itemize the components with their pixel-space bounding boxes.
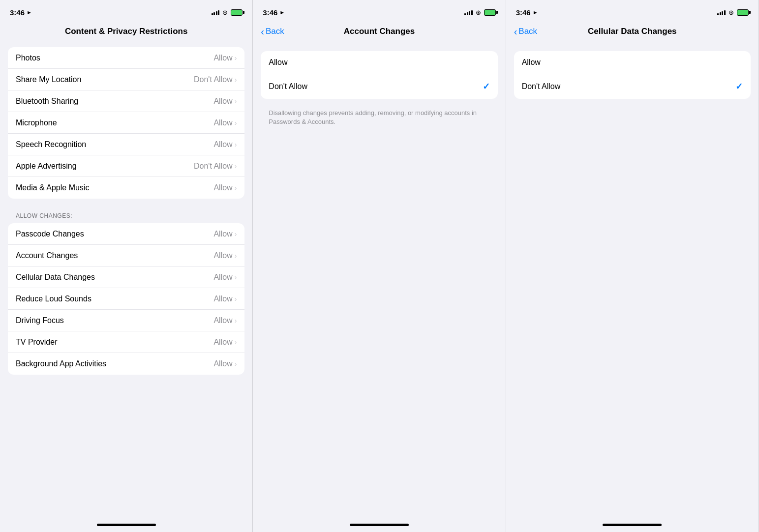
row-tv-provider[interactable]: TV Provider Allow › xyxy=(8,331,244,353)
row-photos[interactable]: Photos Allow › xyxy=(8,47,244,69)
status-bar-1: 3:46 ► ⊛ xyxy=(0,0,252,22)
back-chevron-2: ‹ xyxy=(261,27,264,36)
wifi-icon-3: ⊛ xyxy=(729,9,734,16)
nav-title-2: Account Changes xyxy=(344,27,415,36)
checkmark-account: ✓ xyxy=(483,81,490,92)
cellular-data-options: Allow Don't Allow ✓ xyxy=(514,51,751,99)
chevron-media: › xyxy=(235,184,237,192)
location-icon-3: ► xyxy=(533,9,538,15)
home-indicator-3 xyxy=(506,520,759,532)
privacy-items-group: Photos Allow › Share My Location Don't A… xyxy=(8,47,244,199)
option-allow-cellular[interactable]: Allow xyxy=(514,51,751,74)
home-indicator-1 xyxy=(0,520,252,532)
chevron-photos: › xyxy=(235,54,237,62)
content-3: Allow Don't Allow ✓ xyxy=(506,43,759,520)
row-cellular-data-changes[interactable]: Cellular Data Changes Allow › xyxy=(8,266,244,288)
chevron-share-location: › xyxy=(235,76,237,84)
status-bar-3: 3:46 ► ⊛ xyxy=(506,0,759,22)
panel-cellular-data-changes: 3:46 ► ⊛ ‹ Back Cellular Data Changes Al… xyxy=(506,0,759,532)
content-1: Photos Allow › Share My Location Don't A… xyxy=(0,43,252,520)
status-icons-2: ⊛ xyxy=(464,9,496,16)
nav-title-3: Cellular Data Changes xyxy=(588,27,676,36)
wifi-icon-2: ⊛ xyxy=(476,9,481,16)
row-passcode-changes[interactable]: Passcode Changes Allow › xyxy=(8,223,244,245)
chevron-microphone: › xyxy=(235,119,237,127)
nav-bar-2: ‹ Back Account Changes xyxy=(253,22,505,43)
signal-bars-3 xyxy=(717,9,726,15)
chevron-account: › xyxy=(235,252,237,260)
row-bluetooth[interactable]: Bluetooth Sharing Allow › xyxy=(8,90,244,112)
row-account-changes[interactable]: Account Changes Allow › xyxy=(8,245,244,266)
battery-icon-1 xyxy=(231,9,243,16)
row-media-apple-music[interactable]: Media & Apple Music Allow › xyxy=(8,177,244,199)
chevron-speech: › xyxy=(235,141,237,148)
option-dont-allow-cellular[interactable]: Don't Allow ✓ xyxy=(514,74,751,99)
status-time-3: 3:46 ► xyxy=(516,8,538,17)
status-bar-2: 3:46 ► ⊛ xyxy=(253,0,505,22)
chevron-bluetooth: › xyxy=(235,97,237,105)
back-button-2[interactable]: ‹ Back xyxy=(261,27,284,36)
battery-icon-3 xyxy=(737,9,749,16)
option-allow-account[interactable]: Allow xyxy=(261,51,497,74)
signal-bars-2 xyxy=(464,9,473,15)
nav-bar-3: ‹ Back Cellular Data Changes xyxy=(506,22,759,43)
status-time-1: 3:46 ► xyxy=(10,8,32,17)
signal-bars-1 xyxy=(212,9,220,15)
panel-account-changes: 3:46 ► ⊛ ‹ Back Account Changes Allow xyxy=(253,0,506,532)
home-indicator-2 xyxy=(253,520,505,532)
panel-content-privacy: 3:46 ► ⊛ ‹ Back Content & Privacy Restri… xyxy=(0,0,253,532)
row-microphone[interactable]: Microphone Allow › xyxy=(8,112,244,134)
chevron-tv: › xyxy=(235,338,237,346)
back-chevron-3: ‹ xyxy=(514,27,517,36)
battery-icon-2 xyxy=(484,9,496,16)
status-time-2: 3:46 ► xyxy=(263,8,285,17)
location-icon-1: ► xyxy=(27,9,32,15)
location-icon-2: ► xyxy=(279,9,285,15)
chevron-background: › xyxy=(235,360,237,368)
allow-changes-header: ALLOW CHANGES: xyxy=(8,203,244,223)
chevron-loud-sounds: › xyxy=(235,295,237,303)
account-changes-description: Disallowing changes prevents adding, rem… xyxy=(261,105,497,134)
account-changes-options: Allow Don't Allow ✓ xyxy=(261,51,497,99)
chevron-cellular: › xyxy=(235,273,237,281)
chevron-passcode: › xyxy=(235,230,237,238)
row-share-location[interactable]: Share My Location Don't Allow › xyxy=(8,69,244,90)
nav-title-1: Content & Privacy Restrictions xyxy=(65,27,187,36)
nav-bar-1: ‹ Back Content & Privacy Restrictions xyxy=(0,22,252,43)
content-2: Allow Don't Allow ✓ Disallowing changes … xyxy=(253,43,505,520)
status-icons-3: ⊛ xyxy=(717,9,749,16)
allow-changes-group: Passcode Changes Allow › Account Changes… xyxy=(8,223,244,375)
checkmark-cellular: ✓ xyxy=(735,81,743,92)
row-driving-focus[interactable]: Driving Focus Allow › xyxy=(8,310,244,331)
row-speech-recognition[interactable]: Speech Recognition Allow › xyxy=(8,134,244,155)
option-dont-allow-account[interactable]: Don't Allow ✓ xyxy=(261,74,497,99)
back-button-3[interactable]: ‹ Back xyxy=(514,27,537,36)
row-apple-advertising[interactable]: Apple Advertising Don't Allow › xyxy=(8,155,244,177)
wifi-icon-1: ⊛ xyxy=(222,9,228,16)
row-reduce-loud-sounds[interactable]: Reduce Loud Sounds Allow › xyxy=(8,288,244,310)
row-background-app[interactable]: Background App Activities Allow › xyxy=(8,353,244,375)
status-icons-1: ⊛ xyxy=(212,9,243,16)
chevron-driving: › xyxy=(235,317,237,325)
chevron-advertising: › xyxy=(235,162,237,170)
